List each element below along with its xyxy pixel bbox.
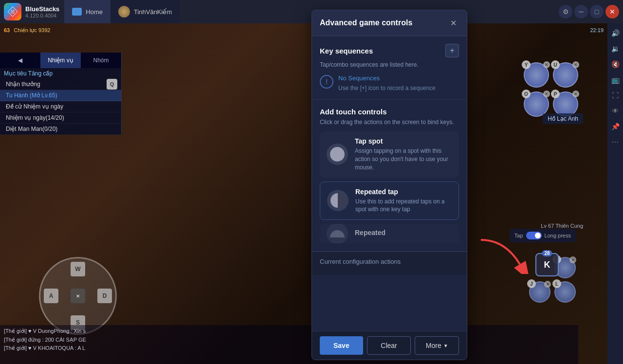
quest-item-1[interactable]: Tu Hành (Mở Lv.65)	[0, 90, 121, 101]
current-config-title: Current configuration actions	[320, 258, 459, 265]
char-level: Lv 67 Thiên Cung	[541, 223, 583, 229]
chat-area: [Thế giới] ♥ V DuongPhong : Xin s [Thế g…	[0, 325, 578, 364]
repeated-item-partial: Repeated	[320, 224, 459, 243]
skill-close-p[interactable]: ✕	[572, 91, 579, 97]
side-key-l[interactable]: L	[554, 281, 576, 303]
game-area: 63 Chiến lực 9392 22:19 ◀ Nhiệm vụ Nhóm …	[0, 23, 607, 364]
svg-rect-1	[11, 10, 15, 14]
agc-panel: Advanced game controls ✕ Key sequences +…	[312, 10, 467, 360]
k-key-container[interactable]: 28 K	[535, 253, 559, 276]
quest-item-2[interactable]: Đề cử Nhiệm vụ ngày	[0, 101, 121, 112]
tap-label: Tap	[514, 233, 523, 238]
quest-item-3[interactable]: Nhiệm vụ ngày(14/20)	[0, 112, 121, 124]
quest-tab-missions[interactable]: Nhiệm vụ	[40, 53, 81, 68]
repeated-tap-item[interactable]: Repeated tap Use this to add repeated ta…	[320, 182, 459, 220]
chat-line-0: [Thế giới] ♥ V DuongPhong : Xin s	[4, 327, 574, 336]
key-close-j[interactable]: ✕	[544, 281, 551, 288]
skill-row-1: Y ✕ U ✕	[481, 62, 578, 88]
side-key-j[interactable]: J ✕	[529, 281, 550, 303]
clear-button[interactable]: Clear	[367, 336, 411, 355]
quest-item-4[interactable]: Diệt Man Man(0/20)	[0, 124, 121, 135]
tap-spot-name: Tap spot	[355, 137, 452, 145]
game-icon	[118, 6, 130, 18]
agc-title: Advanced game controls	[320, 18, 412, 27]
skill-btn-u[interactable]: U ✕	[553, 62, 578, 88]
minimize-button[interactable]: ─	[574, 5, 588, 18]
key-sequences-title: Key sequences	[320, 47, 373, 55]
repeated-tap-info: Repeated tap Use this to add repeated ta…	[355, 188, 452, 214]
home-icon	[72, 8, 82, 16]
toggle-dot	[535, 233, 541, 238]
skill-key-u: U	[551, 60, 560, 69]
long-press-label: Long press	[545, 233, 571, 238]
skill-close-o[interactable]: ✕	[543, 91, 550, 97]
tab-game[interactable]: TinhVânKiếm	[110, 0, 180, 23]
tab-game-label: TinhVânKiếm	[134, 8, 172, 16]
sidebar-expand-icon[interactable]: ⛶	[609, 90, 621, 101]
dpad-right[interactable]: D	[97, 289, 112, 303]
chat-line-1: [Thế giới] đứng : 200 CÁI SẠP GE	[4, 336, 574, 345]
skill-close-u[interactable]: ✕	[572, 61, 579, 68]
more-button-label: More	[426, 342, 441, 349]
agc-footer: Save Clear More ▼	[312, 331, 467, 360]
more-chevron-icon: ▼	[443, 343, 448, 348]
sidebar-mute-icon[interactable]: 🔇	[609, 58, 621, 70]
tap-toggle: Tap Long press	[510, 229, 576, 242]
sidebar-pin-icon[interactable]: 📌	[609, 121, 621, 132]
dpad[interactable]: W S A D ✕	[39, 257, 117, 335]
quest-title: Mục tiêu Tăng cấp	[0, 68, 121, 79]
repeated-tap-desc: Use this to add repeated taps on a spot …	[355, 198, 452, 214]
sidebar-display-icon[interactable]: 📺	[609, 74, 621, 86]
no-sequences-icon: !	[320, 75, 333, 89]
quest-key-q: Q	[107, 79, 117, 90]
sidebar-volume-icon[interactable]: 🔊	[609, 27, 621, 39]
agc-close-button[interactable]: ✕	[447, 17, 459, 29]
repeated-tap-name: Repeated tap	[355, 188, 452, 196]
tap-spot-icon	[327, 144, 348, 165]
window-controls: ⚙ ─ □ ✕	[559, 5, 619, 18]
skill-close-y[interactable]: ✕	[543, 61, 550, 68]
sidebar-more-icon[interactable]: ⋯	[609, 136, 621, 148]
skill-key-y: Y	[522, 60, 531, 69]
key-sequences-add-button[interactable]: +	[445, 44, 459, 57]
quest-item-0[interactable]: Nhận thưởng Q	[0, 79, 121, 90]
repeated-partial-icon	[327, 224, 348, 243]
side-key-row-jl: J ✕ L	[529, 281, 576, 303]
tap-spot-info: Tap spot Assign tapping on a spot with t…	[355, 137, 452, 171]
maximize-button[interactable]: □	[590, 5, 604, 18]
char-name: Hồ Lạc Anh	[548, 115, 578, 122]
dpad-left[interactable]: A	[44, 289, 58, 303]
quest-tab-group[interactable]: Nhóm	[81, 53, 121, 68]
skill-key-o: O	[522, 90, 531, 98]
chat-line-2: [Thế giới] ♥ V KHOAITOQUA : A L	[4, 344, 574, 353]
bluestacks-logo	[4, 3, 21, 20]
sidebar-sound-icon[interactable]: 🔉	[609, 43, 621, 55]
skill-btn-y[interactable]: Y ✕	[524, 62, 549, 88]
dpad-up[interactable]: W	[71, 262, 85, 276]
no-sequences-title: No Sequences	[338, 74, 436, 83]
tap-long-toggle[interactable]	[526, 232, 542, 239]
quest-tab-back[interactable]: ◀	[0, 53, 40, 68]
k-key[interactable]: 28 K	[535, 253, 559, 276]
tap-spot-item[interactable]: Tap spot Assign tapping on a spot with t…	[320, 131, 459, 177]
key-label-l: L	[552, 279, 561, 288]
agc-body[interactable]: Key sequences + Tap/combo sequences are …	[312, 36, 467, 331]
key-label-j: J	[527, 279, 536, 288]
key-sequences-desc: Tap/combo sequences are listed here.	[320, 61, 459, 68]
more-button[interactable]: More ▼	[415, 336, 459, 355]
touch-controls-desc: Click or drag the actions on the screen …	[320, 119, 459, 126]
settings-button[interactable]: ⚙	[559, 5, 572, 18]
player-name: Chiến lực 9392	[14, 27, 50, 34]
close-button[interactable]: ✕	[605, 5, 619, 18]
quest-tabs: ◀ Nhiệm vụ Nhóm	[0, 53, 121, 68]
key-close-i[interactable]: ✕	[569, 256, 576, 263]
save-button[interactable]: Save	[320, 336, 363, 355]
tab-home[interactable]: Home	[64, 0, 110, 23]
quest-item-0-text: Nhận thưởng	[6, 81, 40, 88]
tab-home-label: Home	[86, 8, 103, 16]
k-key-badge: 28	[542, 250, 552, 256]
dpad-center: ✕	[71, 289, 85, 303]
no-sequences: ! No Sequences Use the [+] icon to recor…	[320, 74, 459, 91]
game-hud: 63 Chiến lực 9392 22:19	[0, 23, 607, 37]
sidebar-eye-icon[interactable]: 👁	[609, 105, 621, 117]
